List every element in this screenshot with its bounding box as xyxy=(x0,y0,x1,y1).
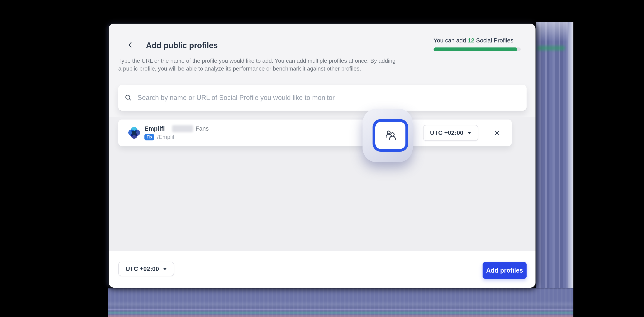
search-input[interactable] xyxy=(138,85,523,111)
glitch-artifact-right xyxy=(536,22,574,317)
limit-prefix: You can add xyxy=(434,37,466,44)
back-button[interactable] xyxy=(126,40,135,49)
profile-handle: /Emplifi xyxy=(157,134,176,140)
profile-limit-progressbar xyxy=(434,47,521,51)
search-icon xyxy=(125,94,132,101)
modal-description: Type the URL or the name of the profile … xyxy=(118,57,398,72)
chevron-down-icon xyxy=(163,268,167,270)
chevron-left-icon xyxy=(126,41,134,48)
divider xyxy=(485,126,485,139)
chevron-down-icon xyxy=(467,132,471,134)
timezone-dropdown[interactable]: UTC +02:00 xyxy=(423,125,478,141)
close-icon xyxy=(494,130,500,136)
redacted-fan-count xyxy=(172,125,193,132)
profile-info: Emplifi · Fans Fb /Emplifi xyxy=(144,125,209,140)
profile-limit-label: You can add 12 Social Profiles xyxy=(434,37,527,44)
add-profiles-button[interactable]: Add profiles xyxy=(482,262,526,279)
emplifi-logo-icon xyxy=(128,127,140,139)
page-title: Add public profiles xyxy=(146,41,218,50)
glitch-artifact-bottom xyxy=(108,288,574,317)
separator-dot: · xyxy=(167,125,169,132)
drag-ghost-tile xyxy=(372,119,408,152)
footer-timezone-value: UTC +02:00 xyxy=(126,265,159,272)
profile-row[interactable]: Emplifi · Fans Fb /Emplifi UTC +02:00 xyxy=(118,119,512,146)
profile-name: Emplifi xyxy=(144,125,165,132)
progressbar-fill xyxy=(434,47,517,51)
modal-footer: UTC +02:00 Add profiles xyxy=(109,251,536,288)
add-public-profiles-modal: Add public profiles You can add 12 Socia… xyxy=(108,23,536,288)
limit-count: 12 xyxy=(468,37,474,44)
remove-profile-button[interactable] xyxy=(492,128,502,138)
users-icon xyxy=(384,129,397,142)
limit-suffix: Social Profiles xyxy=(476,37,513,44)
facebook-badge: Fb xyxy=(144,134,154,140)
search-bar xyxy=(118,85,526,111)
footer-timezone-dropdown[interactable]: UTC +02:00 xyxy=(118,262,174,276)
drag-ghost[interactable] xyxy=(362,109,413,162)
timezone-value: UTC +02:00 xyxy=(430,129,464,136)
fans-label: Fans xyxy=(196,125,209,132)
results-panel: Emplifi · Fans Fb /Emplifi UTC +02:00 xyxy=(109,117,536,251)
progressbar-ghost-artifact xyxy=(537,46,565,50)
